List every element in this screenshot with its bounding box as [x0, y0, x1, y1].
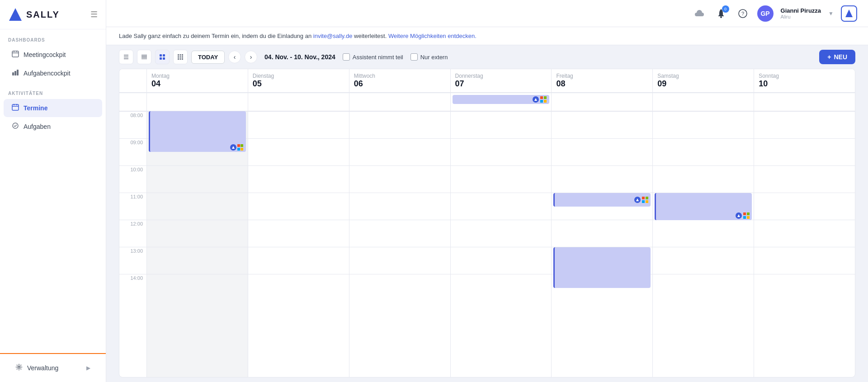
sidebar-item-aufgaben[interactable]: Aufgaben [4, 118, 102, 136]
user-avatar[interactable]: GP [757, 5, 774, 22]
svg-rect-33 [180, 57, 181, 58]
extern-filter[interactable]: Nur extern [410, 53, 448, 61]
day-num-tue: 05 [253, 79, 344, 89]
banner-more-link[interactable]: Weitere Möglichkeiten entdecken. [388, 33, 476, 39]
mon-slot-1200 [147, 220, 248, 247]
ms-icon [540, 96, 547, 103]
sidebar-item-verwaltung[interactable]: Verwaltung ▶ [7, 359, 99, 377]
svg-marker-38 [534, 98, 537, 101]
banner-email[interactable]: invite@sally.de [313, 33, 353, 39]
sun-slot-0800 [754, 111, 855, 138]
dashboards-label: DASHBOARDS [0, 29, 106, 45]
prev-icon: ‹ [234, 53, 236, 61]
banner-text-before: Lade Sally ganz einfach zu deinem Termin… [119, 33, 313, 39]
day-header-fri: Freitag 08 [551, 69, 652, 92]
day-col-mon[interactable] [146, 111, 248, 377]
next-button[interactable]: › [245, 51, 257, 63]
svg-marker-40 [636, 198, 639, 201]
day-name-mon: Montag [151, 73, 243, 79]
time-0800: 08:00 [119, 111, 146, 138]
allday-event-thu[interactable] [453, 95, 550, 104]
new-plus-icon: + [827, 53, 831, 61]
help-icon[interactable]: ? [736, 6, 750, 21]
svg-marker-41 [737, 214, 740, 217]
event-mon-0900[interactable] [149, 111, 246, 152]
sally-icon-mon [230, 144, 236, 151]
view-week-button[interactable] [155, 50, 170, 64]
sidebar-toggle[interactable]: ☰ [90, 9, 98, 19]
day-num-sat: 09 [657, 79, 749, 89]
allday-mon [146, 93, 248, 111]
main-content: 0 ? GP Gianni Piruzza Aliru ▼ Lade Sally… [106, 0, 868, 382]
allday-tue [248, 93, 349, 111]
svg-rect-31 [182, 54, 183, 56]
day-col-tue[interactable] [248, 111, 349, 377]
day-num-fri: 08 [556, 79, 648, 89]
day-name-sun: Sonntag [759, 73, 850, 79]
tue-slot-1000 [248, 165, 349, 193]
event-fri-1100[interactable] [553, 193, 651, 207]
sally-icon-fri [634, 197, 641, 203]
tue-slot-1300 [248, 247, 349, 274]
mon-slot-1100 [147, 193, 248, 220]
assistant-checkbox[interactable] [343, 53, 350, 61]
logo-icon [8, 7, 23, 22]
day-col-wed[interactable] [349, 111, 450, 377]
sidebar-item-meetingcockpit[interactable]: Meetingcockpit [4, 46, 102, 64]
event-fri-1300[interactable] [553, 247, 651, 288]
svg-rect-34 [182, 57, 183, 58]
day-header-thu: Donnerstag 07 [450, 69, 552, 92]
day-col-sun[interactable] [754, 111, 855, 377]
banner-text-middle: weiterleitest. [354, 33, 388, 39]
event-sat-1100[interactable] [655, 193, 752, 220]
time-1200: 12:00 [119, 220, 146, 247]
svg-rect-28 [163, 57, 165, 60]
allday-thu[interactable] [450, 93, 552, 111]
wed-slot-0900 [349, 138, 450, 165]
time-1000: 10:00 [119, 165, 146, 193]
prev-button[interactable]: ‹ [228, 51, 241, 63]
time-1400: 14:00 [119, 274, 146, 301]
notification-bell[interactable]: 0 [714, 6, 728, 21]
wed-slot-1200 [349, 220, 450, 247]
day-name-tue: Dienstag [253, 73, 344, 79]
assistant-filter[interactable]: Assistent nimmt teil [343, 53, 403, 61]
calendar-toolbar: TODAY ‹ › 04. Nov. - 10. Nov., 2024 Assi… [106, 45, 868, 69]
chart-icon [12, 69, 19, 78]
time-1300: 13:00 [119, 247, 146, 274]
svg-marker-39 [232, 146, 235, 149]
fri-slot-1100 [552, 193, 652, 220]
view-month-button[interactable] [173, 50, 188, 64]
user-menu-chevron[interactable]: ▼ [828, 10, 834, 17]
day-header-mon: Montag 04 [146, 69, 248, 92]
svg-point-13 [18, 366, 20, 368]
day-col-fri[interactable] [551, 111, 652, 377]
sidebar-item-aufgabencockpit[interactable]: Aufgabencockpit [4, 64, 102, 82]
view-compact-button[interactable] [137, 50, 151, 64]
day-num-sun: 10 [759, 79, 850, 89]
calendar-check-icon [12, 104, 19, 113]
wed-slot-0800 [349, 111, 450, 138]
sun-slot-0900 [754, 138, 855, 165]
svg-rect-8 [12, 104, 19, 110]
today-button[interactable]: TODAY [191, 51, 225, 64]
svg-rect-7 [17, 70, 19, 75]
view-list-button[interactable] [119, 50, 133, 64]
mon-slot-0900 [147, 138, 248, 165]
cloud-icon[interactable] [692, 6, 707, 21]
day-col-sat[interactable] [652, 111, 754, 377]
day-header-tue: Dienstag 05 [248, 69, 349, 92]
sidebar-item-termine[interactable]: Termine [4, 99, 102, 117]
svg-point-14 [720, 16, 722, 18]
sat-slot-1400 [653, 274, 754, 301]
calendar-body: 08:00 09:00 10:00 11:00 12:00 13:00 14:0… [119, 111, 855, 377]
calendar-header: Montag 04 Dienstag 05 Mittwoch 06 Donner… [119, 69, 855, 93]
gear-icon [15, 363, 23, 373]
thu-slot-1000 [451, 165, 552, 193]
new-appointment-button[interactable]: + NEU [819, 50, 855, 64]
brand-button[interactable] [841, 5, 857, 22]
svg-rect-35 [178, 58, 179, 60]
day-col-thu[interactable] [450, 111, 552, 377]
wed-slot-1400 [349, 274, 450, 301]
extern-checkbox[interactable] [410, 53, 418, 61]
